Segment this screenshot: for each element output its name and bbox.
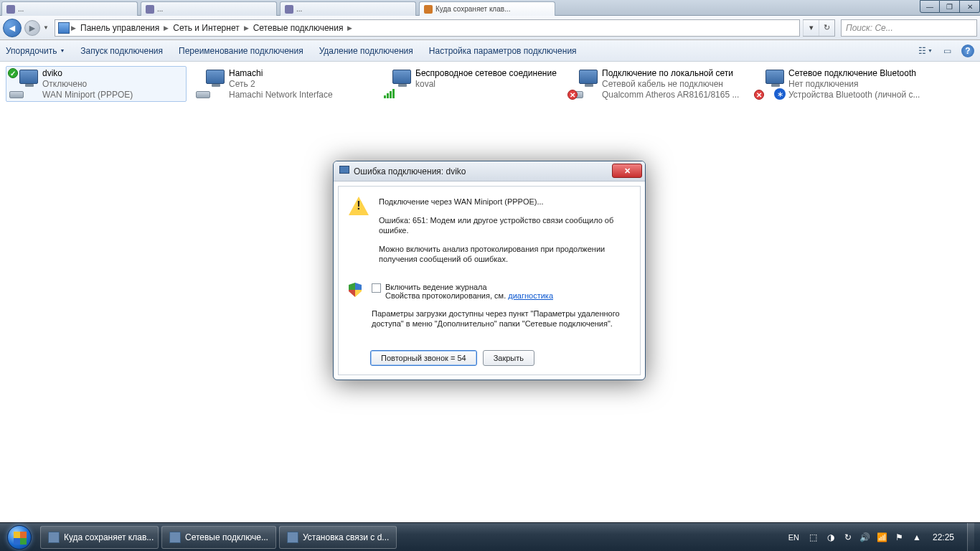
chevron-right-icon: ▶ <box>164 24 169 32</box>
shield-icon <box>349 283 362 297</box>
taskbar: Куда сохраняет клав... Сетевые подключе.… <box>0 522 980 551</box>
redial-button[interactable]: Повторный звонок = 54 <box>370 350 477 366</box>
connection-device: WAN Miniport (PPPOE) <box>42 90 133 100</box>
breadcrumb[interactable]: Сетевые подключения <box>250 22 347 34</box>
taskbar-item[interactable]: Установка связи с d... <box>279 526 397 549</box>
connection-item-bluetooth[interactable]: ✕∗ Сетевое подключение Bluetooth Нет под… <box>752 66 933 102</box>
dialog-text: Ошибка: 651: Модем или другое устройство… <box>379 215 630 235</box>
explorer-nav-bar: ◄ ► ▼ ▶ Панель управления ▶ Сеть и Интер… <box>0 16 980 40</box>
connection-status: Сеть 2 <box>229 79 333 90</box>
nav-history-dropdown[interactable]: ▼ <box>43 24 52 31</box>
app-icon <box>48 532 60 543</box>
tray-icon[interactable]: ▲ <box>911 532 923 543</box>
dialog-text: Можно включить анализ протоколирования п… <box>379 244 630 264</box>
dialog-close-button[interactable]: ✕ <box>612 164 642 178</box>
view-options-button[interactable]: ☷▼ <box>918 44 933 58</box>
breadcrumb[interactable]: Сеть и Интернет <box>170 22 242 34</box>
dialog-text: Свойства протоколирования, см. диагности… <box>385 291 553 300</box>
breadcrumb[interactable]: Панель управления <box>77 22 162 34</box>
chevron-right-icon: ▶ <box>244 24 249 32</box>
start-connection-button[interactable]: Запуск подключения <box>80 46 163 56</box>
explorer-toolbar: Упорядочить▼ Запуск подключения Переимен… <box>0 40 980 62</box>
dialog-text: Подключение через WAN Miniport (PPPOE)..… <box>379 197 630 207</box>
nav-forward-button[interactable]: ► <box>24 20 40 36</box>
status-ok-icon: ✓ <box>8 68 18 78</box>
connection-item-dviko[interactable]: ✓ dviko Отключено WAN Miniport (PPPOE) <box>6 66 187 102</box>
delete-connection-button[interactable]: Удаление подключения <box>319 46 413 56</box>
connection-icon: ✕∗ <box>754 68 786 100</box>
connection-device: Qualcomm Atheros AR8161/8165 ... <box>602 90 739 100</box>
wifi-signal-icon <box>384 88 398 98</box>
system-tray: EN ⬚ ◑ ↻ 🔊 📶 ⚑ ▲ 22:25 <box>780 523 980 552</box>
connection-name: Беспроводное сетевое соединение <box>415 68 557 79</box>
browser-tab-strip: ... ... ... Куда сохраняет клав... — ❐ ✕ <box>0 0 980 16</box>
organize-menu[interactable]: Упорядочить▼ <box>6 46 65 56</box>
checkbox-label: Включить ведение журнала <box>385 283 553 291</box>
taskbar-item[interactable]: Сетевые подключе... <box>161 526 276 549</box>
enable-logging-checkbox[interactable] <box>372 283 381 293</box>
nav-back-button[interactable]: ◄ <box>3 19 22 37</box>
app-icon <box>287 532 298 543</box>
chevron-right-icon: ▶ <box>71 24 76 32</box>
diagnostics-link[interactable]: диагностика <box>508 291 553 300</box>
app-icon <box>169 532 181 543</box>
connection-icon: ✕ <box>567 68 599 100</box>
volume-icon[interactable]: 🔊 <box>859 532 871 543</box>
clock[interactable]: 22:25 <box>928 532 958 542</box>
action-center-icon[interactable]: ⚑ <box>894 532 905 543</box>
browser-tab[interactable]: ... <box>1 1 138 16</box>
status-error-icon: ✕ <box>754 90 764 100</box>
connection-icon: ✓ <box>8 68 39 100</box>
connection-icon <box>381 68 413 100</box>
taskbar-item[interactable]: Куда сохраняет клав... <box>40 526 159 549</box>
language-indicator[interactable]: EN <box>786 532 802 543</box>
rename-connection-button[interactable]: Переименование подключения <box>179 46 303 56</box>
network-icon <box>58 22 70 34</box>
connection-name: dviko <box>42 68 133 79</box>
error-dialog: Ошибка подключения: dviko ✕ Подключение … <box>333 161 646 380</box>
close-button[interactable]: Закрыть <box>483 350 534 366</box>
connection-item-lan[interactable]: ✕ Подключение по локальной сети Сетевой … <box>565 66 746 102</box>
windows-orb-icon <box>7 525 32 550</box>
browser-tab[interactable]: Куда сохраняет клав... <box>419 1 555 16</box>
tray-icon[interactable]: ⬚ <box>808 532 819 543</box>
connection-name: Сетевое подключение Bluetooth <box>788 68 920 79</box>
tab-favicon <box>424 5 433 14</box>
dialog-text: Параметры загрузки доступны через пункт … <box>372 309 630 329</box>
browser-tab[interactable]: ... <box>280 1 416 16</box>
connection-device: Hamachi Network Interface <box>229 90 333 100</box>
network-tray-icon[interactable]: 📶 <box>877 532 888 543</box>
window-minimize-button[interactable]: — <box>920 0 940 13</box>
connection-item-hamachi[interactable]: Hamachi Сеть 2 Hamachi Network Interface <box>192 66 373 102</box>
chevron-right-icon: ▶ <box>347 24 352 32</box>
help-button[interactable]: ? <box>961 44 974 57</box>
browser-tab[interactable]: ... <box>141 1 277 16</box>
preview-pane-button[interactable]: ▭ <box>940 44 954 58</box>
address-bar[interactable]: ▶ Панель управления ▶ Сеть и Интернет ▶ … <box>55 19 800 37</box>
tray-icon[interactable]: ◑ <box>825 532 837 543</box>
tab-favicon <box>146 5 154 14</box>
tab-favicon <box>285 5 293 14</box>
connection-status: koval <box>415 79 557 90</box>
refresh-button[interactable]: ↻ <box>819 20 834 36</box>
status-error-icon: ✕ <box>567 90 578 100</box>
tab-favicon <box>6 5 15 14</box>
tray-icon[interactable]: ↻ <box>842 532 854 543</box>
connection-name: Hamachi <box>229 68 333 79</box>
connection-name: Подключение по локальной сети <box>602 68 739 79</box>
show-desktop-button[interactable] <box>967 523 974 552</box>
connection-settings-button[interactable]: Настройка параметров подключения <box>429 46 577 56</box>
dialog-titlebar[interactable]: Ошибка подключения: dviko ✕ <box>334 161 645 182</box>
window-close-button[interactable]: ✕ <box>960 0 980 13</box>
connection-status: Сетевой кабель не подключен <box>602 79 739 90</box>
address-dropdown-button[interactable]: ▾ <box>803 20 819 36</box>
dialog-title: Ошибка подключения: dviko <box>354 166 466 176</box>
bluetooth-icon: ∗ <box>774 88 786 100</box>
connection-icon <box>194 68 226 100</box>
connection-device: Устройства Bluetooth (личной с... <box>788 90 920 100</box>
connection-item-wifi[interactable]: Беспроводное сетевое соединение koval <box>379 66 560 102</box>
search-input[interactable]: Поиск: Се... <box>841 19 977 37</box>
start-button[interactable] <box>0 523 39 552</box>
connection-status: Отключено <box>42 79 133 90</box>
window-maximize-button[interactable]: ❐ <box>940 0 960 13</box>
